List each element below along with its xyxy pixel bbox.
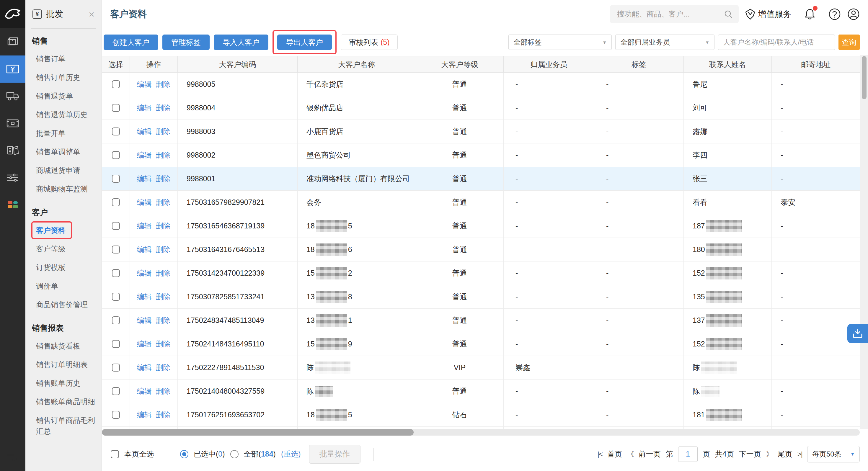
- edit-link[interactable]: 编辑: [137, 245, 152, 254]
- delete-link[interactable]: 删除: [156, 292, 170, 302]
- export-float-button[interactable]: [847, 324, 868, 343]
- sidebar-item[interactable]: 订货模板: [25, 258, 101, 277]
- selected-radio[interactable]: [180, 450, 188, 458]
- close-icon[interactable]: ×: [89, 9, 94, 19]
- sidebar-item[interactable]: 销售退货单历史: [25, 105, 101, 124]
- delete-link[interactable]: 删除: [156, 339, 170, 349]
- row-checkbox[interactable]: [112, 80, 120, 88]
- row-checkbox[interactable]: [112, 269, 120, 277]
- rail-item-ledger-icon[interactable]: [0, 137, 25, 164]
- sidebar-item[interactable]: 销售单调整单: [25, 142, 101, 161]
- notifications-bell-icon[interactable]: [805, 8, 815, 20]
- vertical-scrollbar-track[interactable]: [860, 55, 868, 429]
- edit-link[interactable]: 编辑: [137, 292, 152, 302]
- delete-link[interactable]: 删除: [156, 410, 170, 420]
- row-checkbox[interactable]: [112, 387, 120, 395]
- delete-link[interactable]: 删除: [156, 221, 170, 231]
- reselect-link[interactable]: (重选): [281, 449, 301, 459]
- delete-link[interactable]: 删除: [156, 268, 170, 278]
- global-search[interactable]: [610, 5, 739, 23]
- row-checkbox[interactable]: [112, 198, 120, 206]
- manage-tags-button[interactable]: 管理标签: [162, 34, 210, 50]
- sidebar-item[interactable]: 销售订单商品毛利汇总: [25, 411, 101, 441]
- rail-item-delivery-icon[interactable]: [0, 83, 25, 110]
- rail-item-voucher-icon[interactable]: [0, 110, 25, 137]
- edit-link[interactable]: 编辑: [137, 103, 152, 113]
- rail-search-icon[interactable]: [7, 453, 19, 463]
- delete-link[interactable]: 删除: [156, 245, 170, 254]
- delete-link[interactable]: 删除: [156, 315, 170, 325]
- row-checkbox[interactable]: [112, 364, 120, 372]
- last-page-link[interactable]: 尾页: [778, 449, 793, 459]
- account-avatar-icon[interactable]: [847, 8, 860, 20]
- edit-link[interactable]: 编辑: [137, 197, 152, 207]
- horizontal-scrollbar-thumb[interactable]: [102, 429, 414, 436]
- delete-link[interactable]: 删除: [156, 103, 170, 113]
- delete-link[interactable]: 删除: [156, 363, 170, 372]
- delete-link[interactable]: 删除: [156, 127, 170, 136]
- sidebar-item[interactable]: 销售账单历史: [25, 374, 101, 392]
- edit-link[interactable]: 编辑: [137, 386, 152, 396]
- brand-logo[interactable]: [0, 0, 25, 28]
- row-checkbox[interactable]: [112, 104, 120, 112]
- row-checkbox[interactable]: [112, 316, 120, 324]
- first-page-icon[interactable]: |<: [597, 450, 602, 458]
- edit-link[interactable]: 编辑: [137, 410, 152, 420]
- value-added-services[interactable]: 增值服务: [745, 8, 791, 20]
- per-page-select[interactable]: 每页50条 ▼: [807, 446, 860, 463]
- sidebar-item[interactable]: 商城退货申请: [25, 161, 101, 180]
- sidebar-item[interactable]: 批量开单: [25, 124, 101, 142]
- sidebar-item[interactable]: 商城购物车监测: [25, 180, 101, 198]
- sidebar-item[interactable]: 客户等级: [25, 239, 101, 258]
- search-icon[interactable]: [724, 10, 733, 19]
- audit-list-button[interactable]: 审核列表 (5): [341, 34, 398, 50]
- sidebar-item[interactable]: 销售退货单: [25, 87, 101, 105]
- edit-link[interactable]: 编辑: [137, 363, 152, 372]
- delete-link[interactable]: 删除: [156, 197, 170, 207]
- sidebar-item[interactable]: 商品销售价管理: [25, 295, 101, 314]
- row-checkbox[interactable]: [112, 293, 120, 301]
- all-radio[interactable]: [230, 450, 239, 458]
- rail-item-inventory-icon[interactable]: [0, 28, 25, 56]
- sidebar-item[interactable]: 销售订单: [25, 49, 101, 68]
- edit-link[interactable]: 编辑: [137, 127, 152, 136]
- keyword-filter-input[interactable]: [718, 34, 835, 50]
- edit-link[interactable]: 编辑: [137, 80, 152, 89]
- last-page-icon[interactable]: >|: [798, 450, 802, 458]
- edit-link[interactable]: 编辑: [137, 315, 152, 325]
- edit-link[interactable]: 编辑: [137, 221, 152, 231]
- row-checkbox[interactable]: [112, 222, 120, 230]
- edit-link[interactable]: 编辑: [137, 174, 152, 184]
- help-icon[interactable]: [829, 8, 841, 20]
- next-page-icon[interactable]: 》: [766, 449, 773, 459]
- vertical-scrollbar-thumb[interactable]: [862, 56, 867, 99]
- first-page-link[interactable]: 首页: [607, 449, 622, 459]
- row-checkbox[interactable]: [112, 127, 120, 135]
- salesman-filter-select[interactable]: 全部归属业务员 ▼: [615, 34, 714, 50]
- edit-link[interactable]: 编辑: [137, 150, 152, 160]
- delete-link[interactable]: 删除: [156, 150, 170, 160]
- sidebar-item[interactable]: 销售订单明细表: [25, 355, 101, 374]
- row-checkbox[interactable]: [112, 411, 120, 419]
- import-customers-button[interactable]: 导入大客户: [214, 34, 268, 50]
- sidebar-item[interactable]: 销售订单历史: [25, 68, 101, 87]
- export-customers-button[interactable]: 导出大客户: [277, 34, 332, 50]
- query-button[interactable]: 查询: [838, 34, 860, 50]
- bulk-actions-button[interactable]: 批量操作: [309, 445, 361, 464]
- prev-page-link[interactable]: 前一页: [639, 449, 661, 459]
- row-checkbox[interactable]: [112, 151, 120, 159]
- sidebar-item[interactable]: 调价单: [25, 277, 101, 295]
- page-number-input[interactable]: [678, 446, 698, 462]
- global-search-input[interactable]: [617, 10, 724, 18]
- tag-filter-select[interactable]: 全部标签 ▼: [508, 34, 612, 50]
- rail-item-settings-icon[interactable]: [0, 164, 25, 191]
- row-checkbox[interactable]: [112, 340, 120, 348]
- sidebar-item[interactable]: 销售账单商品明细: [25, 392, 101, 411]
- select-all-checkbox[interactable]: [111, 450, 119, 458]
- horizontal-scrollbar-track[interactable]: [102, 429, 860, 436]
- rail-item-apps-icon[interactable]: [0, 191, 25, 218]
- rail-item-finance-icon[interactable]: [0, 56, 25, 83]
- row-checkbox[interactable]: [112, 175, 120, 183]
- delete-link[interactable]: 删除: [156, 80, 170, 89]
- create-customer-button[interactable]: 创建大客户: [104, 34, 158, 50]
